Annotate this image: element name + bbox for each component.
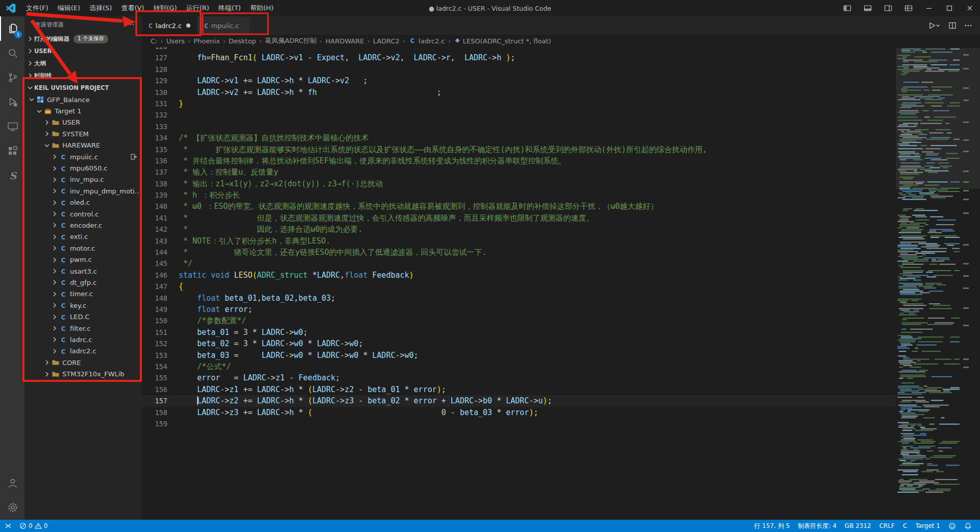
tree-item-GFP_Balance[interactable]: GFP_Balance (24, 94, 142, 105)
code-line[interactable]: 151 beta_01 = 3 * LADRC->w0; (142, 327, 896, 338)
tree-item-ladrc.c[interactable]: Cladrc.c (24, 334, 142, 345)
split-editor-button[interactable] (948, 21, 957, 30)
code-line[interactable]: 152 beta_02 = 3 * LADRC->w0 * LADRC->w0; (142, 338, 896, 349)
status-eol[interactable]: CRLF (875, 520, 899, 532)
scrollbar-slider[interactable] (896, 48, 980, 189)
menu-item[interactable]: 选择(S) (85, 0, 116, 16)
code-line[interactable]: 137 * 输入：控制量u、反馈量y (142, 166, 896, 178)
code-line[interactable]: 149 float error; (142, 304, 896, 315)
code-line[interactable]: 140 * ω0 ：ESO的带宽。状态观测器的观测速度越快，系统中的扰动就越容易… (142, 201, 896, 212)
tree-item-inv_mpu_dmp_moti-[interactable]: Cinv_mpu_dmp_moti… (24, 185, 142, 197)
tree-item-mpu6050.c[interactable]: Cmpu6050.c (24, 162, 142, 174)
tab-ladrc2.c[interactable]: Cladrc2.c (142, 16, 198, 35)
tree-item-pwm.c[interactable]: Cpwm.c (24, 254, 142, 265)
tree-item-ladrc2.c[interactable]: Cladrc2.c (24, 346, 142, 357)
activity-extensions-icon[interactable] (0, 139, 24, 163)
menu-item[interactable]: 运行(R) (182, 0, 214, 16)
more-actions-button[interactable] (964, 21, 972, 30)
code-line[interactable]: 156 LADRC->z1 += LADRC->h * (LADRC->z2 -… (142, 384, 896, 395)
code-line[interactable]: 138 * 输出：z1→x1(y)，z2→x2(dot(y))，z3→f(·)总… (142, 178, 896, 189)
more-actions-icon[interactable]: ⋯ (125, 20, 137, 29)
tree-item-USER[interactable]: USER (24, 117, 142, 128)
status-cursor-position[interactable]: 行 157, 列 5 (750, 520, 794, 532)
menu-item[interactable]: 转到(G) (149, 0, 181, 16)
code-line[interactable]: 135 * 扩张状态观测器能够实时地估计出系统的状态以及扩张状态——由系统自身的… (142, 144, 896, 155)
tree-item-SYSTEM[interactable]: SYSTEM (24, 128, 142, 139)
sidebar-section-2[interactable]: 大纲 (24, 57, 142, 69)
activity-account-icon[interactable] (0, 471, 24, 495)
tab-mpuiic.c[interactable]: Cmpuiic.c (198, 16, 251, 35)
close-button[interactable] (960, 0, 980, 16)
menu-item[interactable]: 文件(F) (21, 0, 53, 16)
tree-item-LED.C[interactable]: CLED.C (24, 311, 142, 322)
tree-item-timer.c[interactable]: Ctimer.c (24, 288, 142, 300)
tree-item-dt_gfp.c[interactable]: Cdt_gfp.c (24, 277, 142, 288)
code-line[interactable]: 133 (142, 121, 896, 132)
maximize-button[interactable] (939, 0, 960, 16)
menu-item[interactable]: 查看(V) (116, 0, 149, 16)
activity-run-debug-icon[interactable] (0, 90, 24, 114)
activity-remote-explorer-icon[interactable] (0, 114, 24, 139)
tree-item-key.c[interactable]: Ckey.c (24, 300, 142, 311)
layout-sidebar-right-icon[interactable] (878, 0, 898, 16)
code-line[interactable]: 134/* 【扩张状态观测器】自抗扰控制技术中最核心的技术 (142, 132, 896, 143)
code-line[interactable]: 154 /*公式*/ (142, 361, 896, 372)
breadcrumb-item[interactable]: Phoenix (193, 37, 220, 45)
code-line[interactable]: 150 /*参数配置*/ (142, 315, 896, 326)
breadcrumb-item[interactable]: HARDWARE (325, 37, 364, 45)
breadcrumb-item[interactable]: 葛凤佩ADRC控制 (265, 36, 316, 45)
activity-explorer-icon[interactable]: 1 (0, 16, 24, 41)
tree-item-usart3.c[interactable]: Cusart3.c (24, 265, 142, 277)
code-line[interactable]: 143 * NOTE：引入了积分步长h，非典型LESO. (142, 235, 896, 247)
code-line[interactable]: 136 * 并结合最终控制律，将总扰动补偿到SEF输出端，使原来的非线性系统转变… (142, 155, 896, 166)
tree-item-filter.c[interactable]: Cfilter.c (24, 323, 142, 334)
code-line[interactable]: 126 (142, 47, 896, 52)
code-line[interactable]: 158 LADRC->z3 += LADRC->h * ( 0 - beta_0… (142, 407, 896, 418)
code-line[interactable]: 128 (142, 64, 896, 75)
activity-search-icon[interactable] (0, 41, 24, 65)
run-file-button[interactable] (927, 21, 941, 30)
breadcrumb-item[interactable]: Users (166, 37, 185, 45)
sidebar-section-1[interactable]: USER (24, 45, 142, 57)
code-line[interactable]: 159 (142, 418, 896, 429)
tree-item-oled.c[interactable]: Coled.c (24, 197, 142, 208)
breadcrumb-item[interactable]: LADRC2 (373, 37, 400, 45)
activity-settings-icon[interactable] (0, 495, 24, 520)
code-line[interactable]: 146static void LESO(ADRC_struct *LADRC,f… (142, 270, 896, 281)
status-encoding[interactable]: GB 2312 (841, 520, 875, 532)
activity-source-control-icon[interactable] (0, 65, 24, 90)
minimize-button[interactable] (919, 0, 939, 16)
open-to-side-icon[interactable] (130, 153, 137, 160)
status-tab-size[interactable]: 制表符长度: 4 (794, 520, 841, 532)
tree-item-control.c[interactable]: Ccontrol.c (24, 208, 142, 220)
code-line[interactable]: 142 * 因此，选择合适ω0的成为必要. (142, 224, 896, 235)
code-line[interactable]: 127 fh=Fhan_Fcn1( LADRC->v1 - Expect, LA… (142, 52, 896, 63)
menu-item[interactable]: 编辑(E) (53, 0, 85, 16)
layout-sidebar-left-icon[interactable] (837, 0, 857, 16)
tree-item-HAREWARE[interactable]: HAREWARE (24, 140, 142, 151)
customize-layout-icon[interactable] (898, 0, 919, 16)
tree-item-exti.c[interactable]: Cexti.c (24, 231, 142, 243)
menu-item[interactable]: 帮助(H) (246, 0, 278, 16)
code-line[interactable]: 148 float beta_01,beta_02,beta_03; (142, 293, 896, 304)
tree-item-mpuiic.c[interactable]: Cmpuiic.c (24, 151, 142, 162)
code-line[interactable]: 129 LADRC->v1 += LADRC->h * LADRC->v2 ; (142, 75, 896, 86)
tree-item-STM32F10x_FWLib[interactable]: STM32F10x_FWLib (24, 368, 142, 379)
notifications-bell-icon[interactable] (960, 520, 976, 532)
status-language-mode[interactable]: C (899, 520, 911, 532)
sidebar-section-0[interactable]: 打开的编辑器1 个未保存 (24, 33, 142, 45)
problems-indicator[interactable]: 00 (16, 520, 51, 532)
breadcrumb-item[interactable]: Cladrc2.c (408, 36, 445, 46)
activity-extension-s-icon[interactable]: S (0, 163, 24, 188)
code-line[interactable]: 139 * h ：积分步长 (142, 189, 896, 201)
code-line[interactable]: 130 LADRC->v2 += LADRC->h * fh ; (142, 87, 896, 98)
code-editor[interactable]: 126127 fh=Fhan_Fcn1( LADRC->v1 - Expect,… (142, 47, 980, 520)
tree-item-inv_mpu.c[interactable]: Cinv_mpu.c (24, 174, 142, 185)
code-line[interactable]: 132 (142, 109, 896, 120)
tree-item-encoder.c[interactable]: Cencoder.c (24, 220, 142, 231)
code-line[interactable]: 131} (142, 98, 896, 109)
tree-item-CORE[interactable]: CORE (24, 357, 142, 368)
code-line[interactable]: 157 LADRC->z2 += LADRC->h * (LADRC->z3 -… (142, 395, 896, 406)
code-line[interactable]: 141 * 但是，状态观测器观测速度过快，会引入传感器的高频噪声，而且采样频率也… (142, 212, 896, 224)
layout-panel-icon[interactable] (857, 0, 878, 16)
